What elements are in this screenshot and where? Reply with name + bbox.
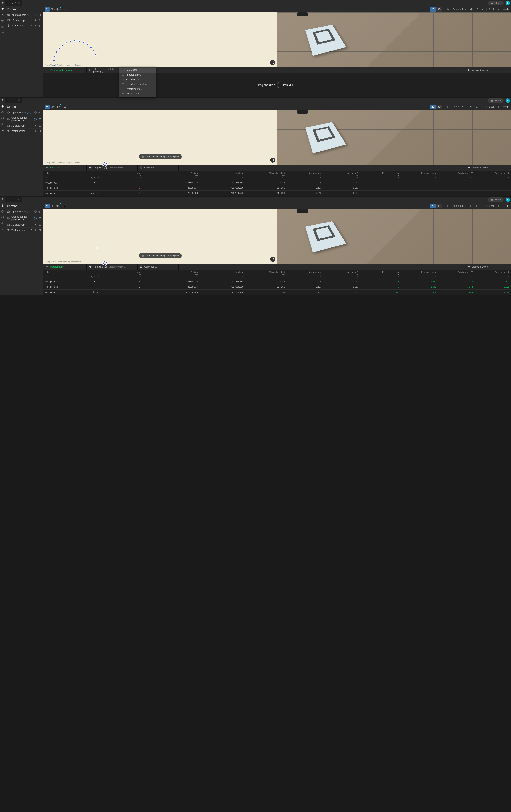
close-tab-icon[interactable] <box>17 1 20 5</box>
more-button[interactable] <box>481 7 486 12</box>
crs-label[interactable]: ETRS89 / UTM ... <box>105 68 117 72</box>
col-header[interactable]: Label(3)▲▼ <box>43 270 89 279</box>
rail-layers-button[interactable] <box>1 204 4 207</box>
target1-button[interactable] <box>469 105 474 109</box>
map-viewport[interactable]: Mark at least 2 images per tie point © M… <box>43 209 277 264</box>
drop-area[interactable]: Drag and drop ... from disk <box>43 73 511 97</box>
cursor-tool[interactable] <box>45 105 50 109</box>
eye-icon[interactable] <box>38 13 41 17</box>
rail-adjust-button[interactable] <box>1 227 4 231</box>
skip-button[interactable] <box>446 7 451 12</box>
crs-label[interactable]: ETRS89 / UTM ... <box>109 167 126 169</box>
table-row[interactable]: test_global_3 GCP 3 423540.222 4927865.8… <box>43 279 511 284</box>
menu-item[interactable]: Add tie point <box>119 91 156 96</box>
col-header[interactable]: Easting[m]▲▼ <box>154 171 199 180</box>
col-header[interactable]: Accuracy X,Y[m]▲▼ <box>286 270 323 279</box>
view-3d[interactable]: 3D <box>436 7 442 11</box>
target2-button[interactable] <box>475 204 480 208</box>
eye-icon[interactable] <box>38 130 41 133</box>
gear-icon[interactable] <box>34 124 37 127</box>
col-header[interactable]: Position error Y...▲▼ <box>438 270 474 279</box>
eye-icon[interactable] <box>38 124 41 127</box>
col-header[interactable]: Position error X...▲▼ <box>401 171 438 180</box>
action-link[interactable]: Import marks <box>50 265 64 268</box>
eye-icon[interactable] <box>38 217 41 220</box>
sidebar-item[interactable]: Vector layers <box>5 228 43 233</box>
col-header[interactable]: Reprojection error[px]▲▼ <box>360 270 401 279</box>
gear-icon[interactable] <box>34 13 37 17</box>
sidebar-item[interactable]: Vector layers <box>5 128 43 134</box>
sidebar-item[interactable]: Input cameras (15) <box>5 110 43 115</box>
collapse-button[interactable] <box>506 165 511 171</box>
user-avatar[interactable]: T <box>506 98 510 103</box>
add-col-button[interactable] <box>496 105 501 109</box>
cell-type[interactable]: GCP <box>89 180 126 185</box>
rect-tool[interactable] <box>50 7 55 12</box>
more-button[interactable] <box>481 105 486 109</box>
crop-tool[interactable] <box>62 204 67 208</box>
view-toggle[interactable]: 2D3D <box>430 204 442 208</box>
user-avatar[interactable]: T <box>506 1 510 5</box>
table-row[interactable]: test_global_1 GCP 3 423538.883 4927860.7… <box>43 290 511 295</box>
list-icon[interactable] <box>30 229 33 231</box>
col-header[interactable]: Reprojection error[px]▲▼ <box>360 171 401 180</box>
rail-adjust-button[interactable] <box>1 31 4 34</box>
more-button[interactable] <box>133 165 138 171</box>
col-header[interactable]: Northing[m]▲▼ <box>199 270 245 279</box>
table-row[interactable]: test_global_2 GCP 0 423538.617 4927866.9… <box>43 185 511 191</box>
rail-stats-button[interactable] <box>1 222 4 225</box>
target1-button[interactable] <box>469 204 474 208</box>
skip-button[interactable] <box>446 105 451 109</box>
view-2d[interactable]: 2D <box>430 204 436 208</box>
rail-history-button[interactable] <box>1 117 4 120</box>
list-icon[interactable] <box>30 130 33 133</box>
edit-button[interactable] <box>128 264 133 270</box>
auto-mark-button[interactable]: Auto-mark <box>452 204 468 207</box>
home-button[interactable] <box>1 1 4 5</box>
gear-icon[interactable] <box>34 19 37 22</box>
sidebar-item[interactable]: 2D basemap <box>5 18 43 23</box>
menu-item[interactable]: Export MTPs and mITPs... <box>119 82 156 87</box>
target2-button[interactable] <box>475 105 480 109</box>
menu-item[interactable]: Import GCPs... <box>119 68 156 72</box>
skip-button[interactable] <box>446 204 451 208</box>
cursor-tool[interactable] <box>45 204 50 208</box>
col-header[interactable]: Marks(0)▲▼ <box>126 171 154 180</box>
rail-layers-button[interactable] <box>1 7 4 10</box>
cell-type[interactable]: GCP <box>89 191 126 196</box>
view-3d[interactable]: 3D <box>436 105 442 109</box>
crs-label[interactable]: ETRS89 / UTM ... <box>109 266 126 268</box>
share-button[interactable]: Share <box>488 1 504 5</box>
target1-button[interactable] <box>469 7 474 12</box>
menu-item[interactable]: Export GCPs... <box>119 77 156 82</box>
zoom-slider[interactable] <box>503 107 509 107</box>
table-row[interactable]: test_global_3 GCP 0 423540.222 4927865.8… <box>43 180 511 185</box>
sidebar-item[interactable]: Ground control points GCPs (3) <box>5 115 43 123</box>
rail-history-button[interactable] <box>1 19 4 22</box>
view-toggle[interactable]: 2D3D <box>430 7 442 11</box>
table-row[interactable]: test_global_1 GCP 0 423538.883 4927860.7… <box>43 191 511 196</box>
eye-icon[interactable] <box>38 224 41 226</box>
cursor-tool[interactable] <box>45 7 50 12</box>
col-header[interactable]: Marks(9)▲▼ <box>126 270 154 279</box>
image-viewport[interactable] <box>277 209 511 264</box>
rail-settings-button[interactable] <box>1 210 4 213</box>
collapse-button[interactable] <box>506 264 511 270</box>
col-header[interactable]: Label(3)▲▼ <box>43 171 89 180</box>
crop-tool[interactable] <box>62 7 67 12</box>
share-button[interactable]: Share <box>488 98 504 103</box>
rect-tool[interactable] <box>50 105 55 109</box>
plus-icon[interactable] <box>34 229 37 231</box>
home-button[interactable] <box>1 99 4 102</box>
zoom-slider[interactable] <box>503 206 509 206</box>
home-button[interactable] <box>1 198 4 201</box>
user-avatar[interactable]: T <box>506 198 510 202</box>
view-2d[interactable]: 2D <box>430 7 436 11</box>
col-header[interactable]: Accuracy Z[m]▲▼ <box>323 171 360 180</box>
sidebar-item[interactable]: Input cameras (15) <box>5 12 43 18</box>
col-header[interactable]: Position error Y...▲▼ <box>438 171 474 180</box>
cell-type[interactable]: GCP <box>89 185 126 191</box>
list-icon[interactable] <box>30 24 33 27</box>
image-viewport[interactable] <box>277 110 511 165</box>
rail-stats-button[interactable] <box>1 122 4 125</box>
